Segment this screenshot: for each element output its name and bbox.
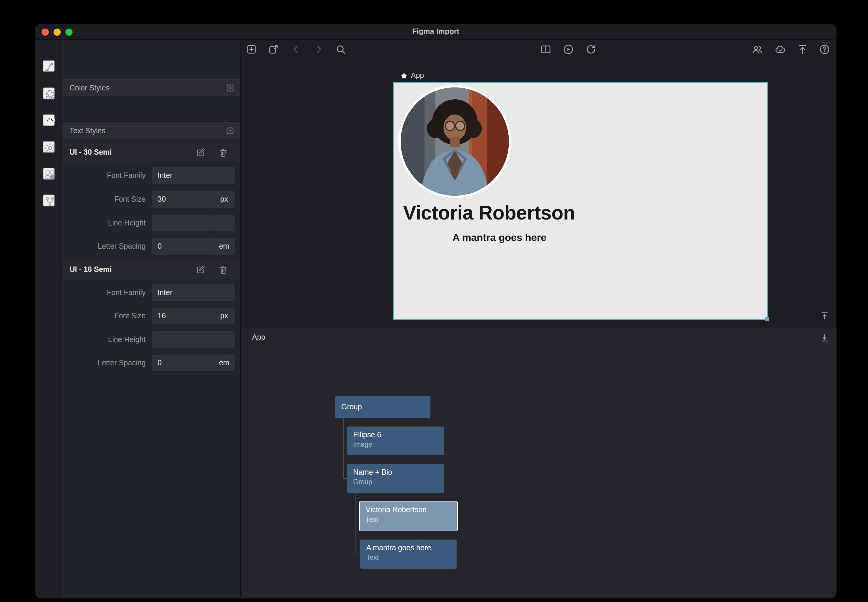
node-subtitle: Text (366, 554, 379, 561)
collapse-down-icon[interactable] (819, 333, 830, 343)
style-name: UI - 30 Semi (70, 143, 112, 162)
layer-node-name-bio[interactable]: Name + Bio Group (347, 464, 444, 493)
node-title: Ellipse 6 (353, 431, 381, 439)
collaborators-icon[interactable] (752, 43, 763, 55)
text-styles-title: Text Styles (70, 122, 106, 140)
ui-16-font-size-input[interactable]: 16 (152, 307, 213, 324)
vector-tool-icon[interactable] (43, 60, 55, 72)
ui-16-line-height-input[interactable] (152, 331, 213, 348)
field-row-font-size: Font Size 30 px (63, 190, 240, 208)
main-area: App (241, 40, 836, 599)
layer-node-mantra[interactable]: A mantra goes here Text (360, 539, 456, 569)
cloud-sync-icon[interactable] (774, 43, 786, 55)
field-row-font-family: Font Family Inter (63, 284, 240, 302)
layer-node-group[interactable]: Group (335, 396, 430, 418)
font-family-value: Inter (152, 167, 235, 184)
layer-node-ellipse-6[interactable]: Ellipse 6 Image (347, 427, 444, 455)
line-height-label: Line Height (63, 214, 145, 232)
upload-icon[interactable] (797, 43, 808, 55)
font-size-unit: px (213, 307, 235, 324)
nav-forward-icon[interactable] (313, 43, 325, 55)
node-title: Group (341, 402, 362, 411)
preview-card[interactable]: Victoria Robertson A mantra goes here (394, 83, 767, 319)
home-icon (400, 72, 408, 80)
letter-spacing-value: 0 (152, 355, 213, 371)
font-family-label: Font Family (63, 167, 145, 184)
node-title: A mantra goes here (366, 544, 431, 552)
style-name: UI - 16 Semi (70, 260, 112, 279)
app-window: Figma Import (35, 24, 836, 599)
ui-16-font-family-input[interactable]: Inter (152, 284, 235, 301)
version-branch-icon[interactable] (43, 195, 55, 206)
letter-spacing-label: Letter Spacing (63, 237, 145, 255)
settings-gear-icon[interactable] (43, 141, 55, 153)
node-subtitle: Group (353, 478, 372, 485)
style-item-ui-30-semi[interactable]: UI - 30 Semi (63, 143, 240, 162)
node-subtitle: Image (353, 441, 372, 448)
preview-text-block: Victoria Robertson A mantra goes here (403, 202, 596, 244)
canvas: App (241, 40, 836, 328)
ui-30-letter-spacing-input[interactable]: 0 (152, 238, 213, 255)
font-size-label: Font Size (63, 307, 145, 325)
style-item-ui-16-semi[interactable]: UI - 16 Semi (63, 260, 240, 279)
tree-connector (355, 493, 356, 554)
preview-mantra-text[interactable]: A mantra goes here (403, 232, 596, 244)
ui-30-font-family-input[interactable]: Inter (152, 167, 235, 184)
add-color-style-button[interactable] (225, 83, 235, 93)
delete-style-icon[interactable] (218, 147, 228, 158)
field-row-line-height: Line Height (63, 331, 240, 349)
line-height-unit (213, 331, 235, 348)
help-icon[interactable] (819, 43, 831, 55)
edit-style-icon[interactable] (196, 265, 206, 275)
field-row-font-size: Font Size 16 px (63, 307, 240, 325)
font-family-label: Font Family (63, 284, 145, 302)
field-row-letter-spacing: Letter Spacing 0 em (63, 237, 240, 255)
refresh-icon[interactable] (585, 43, 597, 55)
avatar (398, 85, 511, 198)
styles-palette-icon[interactable] (43, 114, 55, 126)
preview-name-text[interactable]: Victoria Robertson (403, 202, 596, 224)
tree-connector (355, 516, 360, 516)
import-clipboard-icon[interactable] (268, 43, 279, 55)
font-size-value: 16 (152, 307, 213, 324)
resize-handle[interactable] (765, 317, 769, 321)
letter-spacing-unit: em (213, 238, 235, 255)
plugins-icon[interactable] (43, 88, 55, 99)
layer-node-victoria-robertson[interactable]: Victoria Robertson Text (360, 501, 457, 531)
nav-back-icon[interactable] (290, 43, 302, 55)
ui-16-letter-spacing-input[interactable]: 0 (152, 355, 213, 371)
tool-rail (35, 40, 63, 599)
field-row-line-height: Line Height (63, 214, 240, 232)
search-icon[interactable] (335, 43, 347, 55)
letter-spacing-label: Letter Spacing (63, 354, 145, 372)
tree-connector (355, 554, 360, 554)
breadcrumb[interactable]: App (400, 70, 424, 81)
layers-panel-title: App (252, 333, 265, 341)
edit-style-icon[interactable] (196, 147, 206, 158)
components-icon[interactable] (43, 168, 55, 180)
window-title: Figma Import (35, 24, 836, 40)
letter-spacing-value: 0 (152, 238, 213, 255)
color-styles-title: Color Styles (70, 79, 110, 97)
ui-30-line-height-input[interactable] (152, 215, 213, 231)
play-icon[interactable] (562, 43, 574, 55)
font-size-unit: px (213, 191, 235, 207)
letter-spacing-unit: em (213, 355, 235, 371)
layers-panel: App Group Ellipse 6 (241, 328, 836, 599)
field-row-letter-spacing: Letter Spacing 0 em (63, 354, 240, 372)
collapse-up-icon[interactable] (819, 310, 830, 321)
ui-30-font-size-input[interactable]: 30 (152, 191, 213, 207)
delete-style-icon[interactable] (218, 265, 228, 275)
text-styles-section-header: Text Styles (63, 121, 240, 139)
add-frame-icon[interactable] (245, 43, 257, 55)
node-title: Name + Bio (353, 468, 392, 476)
add-text-style-button[interactable] (225, 126, 235, 136)
node-subtitle: Text (366, 516, 378, 523)
titlebar: Figma Import (35, 24, 836, 40)
desktop: Figma Import (0, 0, 868, 602)
tree-connector (343, 418, 344, 479)
tree-connector (343, 441, 347, 441)
line-height-label: Line Height (63, 331, 145, 349)
split-view-icon[interactable] (540, 43, 552, 55)
color-styles-section-header: Color Styles (63, 78, 240, 96)
